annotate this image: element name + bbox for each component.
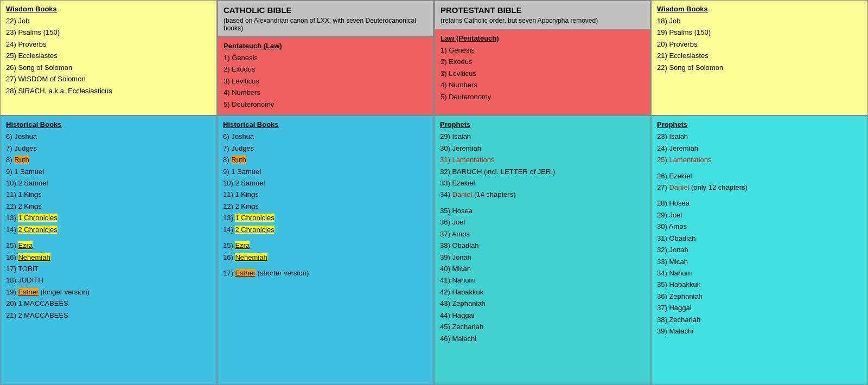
prot-nehemiah-highlight: Nehemiah [235, 253, 267, 261]
wisdom-sirach: 28) SIRACH, a.k.a. Ecclesiasticus [6, 85, 211, 97]
cath-zechariah: 45) Zechariah [440, 321, 645, 332]
prot-judges: 7) Judges [223, 143, 428, 154]
prot-esther-highlight: Esther [235, 269, 256, 277]
prot-malachi: 39) Malachi [657, 325, 862, 337]
wisdom-song: 26) Song of Solomon [6, 62, 211, 73]
lamentations-text: 31) Lamentations [440, 156, 494, 164]
catholic-pentateuch-deuteronomy: 5) Deuteronomy [224, 99, 427, 110]
protestant-historical-cell: Historical Books 6) Joshua 7) Judges 8) … [217, 116, 434, 385]
cath-habakkuk: 42) Habakkuk [440, 286, 645, 298]
protestant-wisdom-heading: Wisdom Books [657, 5, 862, 13]
cath-joel: 36) Joel [440, 216, 645, 228]
protestant-pentateuch-exodus: 2) Exodus [441, 56, 644, 67]
prot-joel: 29) Joel [657, 209, 862, 221]
prot-habakkuk: 35) Habakkuk [657, 279, 862, 290]
wisdom-job: 22) Job [6, 15, 211, 27]
catholic-prophets-heading: Prophets [440, 120, 645, 129]
prot-daniel: 27) Daniel (only 12 chapters) [657, 182, 862, 193]
prot-joshua: 6) Joshua [223, 131, 428, 142]
cath-nahum: 41) Nahum [440, 274, 645, 286]
prot-wisdom-ecclesiastes: 21) Ecclesiastes [657, 50, 862, 61]
protestant-pentateuch-heading: Law (Pentateuch) [441, 34, 644, 42]
prot-ezra-highlight: Ezra [235, 241, 250, 249]
cath-ruth: 8) Ruth [6, 154, 211, 165]
catholic-wisdom-heading: Wisdom Books [6, 5, 211, 13]
protestant-pentateuch-deuteronomy: 5) Deuteronomy [441, 91, 644, 102]
cath-2chronicles: 14) 2 Chronicles [6, 224, 211, 235]
cath-malachi: 46) Malachi [440, 333, 645, 344]
prot-2chronicles-highlight: 2 Chronicles [235, 226, 274, 234]
cath-jeremiah: 30) Jeremiah [440, 143, 645, 154]
prot-wisdom-proverbs: 20) Proverbs [657, 39, 862, 50]
prot-lamentations: 25) Lamentations [657, 154, 862, 165]
cath-1maccabees: 20) 1 MACCABEES [6, 298, 211, 309]
protestant-pentateuch-genesis: 1) Genesis [441, 44, 644, 56]
cath-2kings: 12) 2 Kings [6, 201, 211, 212]
protestant-subtitle: (retains Catholic order, but seven Apocr… [441, 17, 644, 24]
cath-2samuel: 10) 2 Samuel [6, 177, 211, 189]
prot-nehemiah: 16) Nehemiah [223, 252, 428, 263]
protestant-pentateuch-numbers: 4) Numbers [441, 79, 644, 91]
prot-nahum: 34) Nahum [657, 267, 862, 279]
protestant-header-cell: PROTESTANT BIBLE (retains Catholic order… [435, 1, 650, 29]
cath-1chronicles: 13) 1 Chronicles [6, 212, 211, 223]
cath-amos: 37) Amos [440, 228, 645, 240]
daniel-text: Daniel [452, 190, 472, 198]
1chronicles-highlight: 1 Chronicles [18, 214, 57, 222]
protestant-prophets-cell: Prophets 23) Isaiah 24) Jeremiah 25) Lam… [651, 116, 868, 385]
prot-wisdom-song: 22) Song of Solomon [657, 62, 862, 73]
prot-daniel-text: Daniel [669, 183, 689, 191]
catholic-pentateuch-heading: Pentateuch (Law) [224, 42, 427, 50]
prot-1chronicles: 13) 1 Chronicles [223, 212, 428, 223]
prot-haggai: 37) Haggai [657, 302, 862, 313]
wisdom-proverbs: 24) Proverbs [6, 39, 211, 50]
protestant-historical-heading: Historical Books [223, 120, 428, 129]
prot-1kings: 11) 1 Kings [223, 189, 428, 200]
cath-zephaniah: 43) Zephaniah [440, 298, 645, 309]
prot-1chronicles-highlight: 1 Chronicles [235, 214, 274, 222]
prot-amos: 30) Amos [657, 221, 862, 232]
prot-lamentations-text: 25) Lamentations [657, 156, 711, 164]
cath-nehemiah: 16) Nehemiah [6, 252, 211, 263]
cath-haggai: 44) Haggai [440, 310, 645, 321]
prot-obadiah: 31) Obadiah [657, 233, 862, 244]
catholic-pentateuch-numbers: 4) Numbers [224, 87, 427, 98]
prot-1samuel: 9) 1 Samuel [223, 166, 428, 177]
prot-isaiah: 23) Isaiah [657, 131, 862, 142]
cath-1kings: 11) 1 Kings [6, 189, 211, 200]
cath-judith: 18) JUDITH [6, 274, 211, 286]
prot-2samuel: 10) 2 Samuel [223, 177, 428, 189]
cath-baruch: 32) BARUCH (incl. LETTER of JER.) [440, 166, 645, 177]
catholic-historical-heading: Historical Books [6, 120, 211, 129]
catholic-pentateuch-cell: Pentateuch (Law) 1) Genesis 2) Exodus 3)… [218, 37, 433, 115]
catholic-pentateuch-exodus: 2) Exodus [224, 63, 427, 75]
esther-highlight: Esther [18, 288, 39, 296]
prot-wisdom-psalms: 19) Psalms (150) [657, 27, 862, 38]
catholic-subtitle: (based on Alexandrian canon of LXX; with… [224, 17, 427, 32]
cath-judges: 7) Judges [6, 143, 211, 154]
prot-2chronicles: 14) 2 Chronicles [223, 224, 428, 235]
cath-obadiah: 38) Obadiah [440, 240, 645, 251]
cath-daniel: 34) Daniel (14 chapters) [440, 189, 645, 200]
prot-esther: 17) Esther (shorter version) [223, 267, 428, 279]
catholic-prophets-cell: Prophets 29) Isaiah 30) Jeremiah 31) Lam… [434, 116, 651, 385]
catholic-pentateuch-leviticus: 3) Leviticus [224, 75, 427, 87]
prot-ezekiel: 26) Ezekiel [657, 170, 862, 182]
prot-jonah: 32) Jonah [657, 244, 862, 255]
nehemiah-highlight: Nehemiah [18, 253, 50, 261]
cath-tobit: 17) TOBIT [6, 263, 211, 274]
prot-jeremiah: 24) Jeremiah [657, 143, 862, 154]
prot-ezra: 15) Ezra [223, 240, 428, 251]
cath-micah: 40) Micah [440, 263, 645, 274]
cath-joshua: 6) Joshua [6, 131, 211, 142]
cath-2maccabees: 21) 2 MACCABEES [6, 310, 211, 321]
protestant-pentateuch-cell: Law (Pentateuch) 1) Genesis 2) Exodus 3)… [435, 29, 650, 115]
cath-esther: 19) Esther (longer version) [6, 286, 211, 298]
catholic-pentateuch-genesis: 1) Genesis [224, 52, 427, 63]
prot-hosea: 28) Hosea [657, 197, 862, 209]
protestant-prophets-heading: Prophets [657, 120, 862, 129]
prot-2kings: 12) 2 Kings [223, 201, 428, 212]
prot-zephaniah: 36) Zephaniah [657, 291, 862, 302]
cath-ezra: 15) Ezra [6, 240, 211, 251]
wisdom-solomon: 27) WISDOM of Solomon [6, 73, 211, 85]
